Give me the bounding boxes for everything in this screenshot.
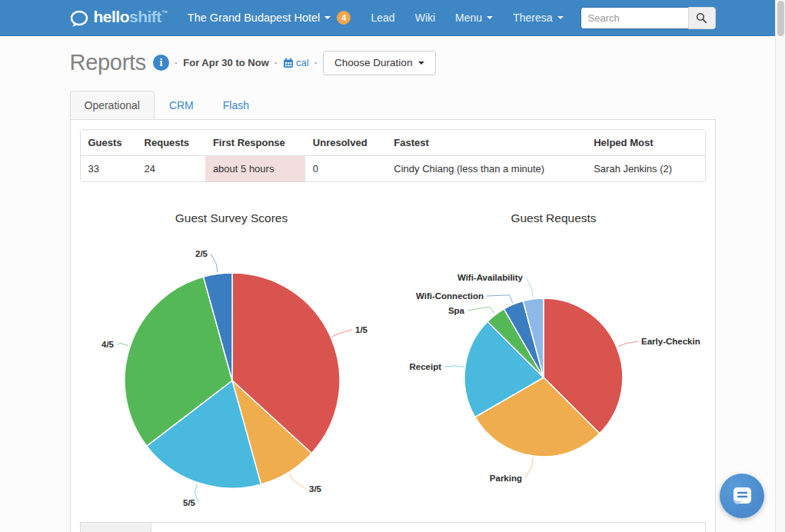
col-fastest: Fastest [386,130,586,156]
pie-label: Early-Checkin [641,337,700,346]
first-response-value: about 5 hours [205,156,305,182]
partial-bottom-table [80,522,706,532]
col-first-response: First Response [205,130,305,156]
pie-label-connector [444,366,464,367]
pie-label: Parking [489,474,521,483]
report-tabs: Operational CRM Flash [70,91,716,119]
nav-menu-dropdown[interactable]: Menu [455,12,493,24]
calendar-icon [283,58,294,68]
logo-trademark: ™ [161,9,168,16]
pie-label: Spa [447,306,464,315]
operational-report-panel: Guests Requests First Response Unresolve… [70,119,716,532]
pie-label: 1/5 [355,325,368,334]
nav-user-dropdown[interactable]: Theresa [513,12,563,24]
calendar-link[interactable]: cal [283,57,309,68]
page-header: Reports i · For Apr 30 to Now · cal · Ch… [70,50,716,75]
pie-label-connector [211,254,218,272]
col-unresolved: Unresolved [305,130,387,156]
pie-label-connector [526,278,533,298]
search-icon [696,12,707,24]
pie-label-connector [618,341,638,347]
logo-text-shift: shift [129,8,161,26]
tab-flash[interactable]: Flash [208,91,264,120]
nav-user-label: Theresa [513,12,552,24]
tab-operational[interactable]: Operational [70,91,155,120]
choose-duration-button[interactable]: Choose Duration [323,51,436,75]
fastest-value: Cindy Chiang (less than a minute) [386,156,586,182]
table-header-row: Guests Requests First Response Unresolve… [81,130,705,156]
notification-badge: 4 [337,11,351,25]
pie-label: 2/5 [195,249,208,258]
pie-label-connector [525,457,533,478]
pie-label: Wifi-Availability [457,273,523,282]
pie-label-connector [117,343,128,345]
chevron-down-icon [557,16,564,19]
helloshift-logo[interactable]: helloshift™ [70,8,168,28]
page-title: Reports [70,50,146,75]
chevron-down-icon [324,16,331,19]
top-navbar: helloshift™ The Grand Budapest Hotel 4 L… [0,0,785,36]
requests-value: 24 [137,156,205,182]
pie-label-connector [195,484,198,503]
col-requests: Requests [137,130,205,156]
guests-value: 33 [81,156,137,182]
guest-survey-scores-chart: Guest Survey Scores 1/53/55/54/52/5 [71,191,393,514]
pie-label: Receipt [409,362,441,371]
unresolved-value: 0 [305,156,387,182]
tab-crm[interactable]: CRM [155,91,208,120]
chat-widget-button[interactable] [720,474,764,518]
info-icon[interactable]: i [153,55,169,71]
pie-label-connector [487,295,513,303]
separator-dot: · [314,57,318,68]
partial-table-header-cell [81,523,151,532]
pie-label: 3/5 [309,484,322,494]
scrollbar-thumb[interactable] [777,1,784,36]
search-input[interactable] [580,7,688,29]
col-guests: Guests [81,130,137,156]
pie-label-connector [467,307,494,314]
date-range-text: For Apr 30 to Now [183,57,268,68]
search-button[interactable] [688,7,716,29]
chevron-down-icon [418,62,424,65]
summary-table: Guests Requests First Response Unresolve… [80,129,706,182]
separator-dot: · [175,57,178,68]
col-helped-most: Helped Most [586,130,704,156]
guest-requests-chart: Guest Requests Early-CheckinParkingRecei… [393,191,715,514]
hotel-name: The Grand Budapest Hotel [188,12,321,24]
charts-row: Guest Survey Scores 1/53/55/54/52/5 Gues… [71,191,715,514]
speech-bubble-logo-icon [70,10,90,28]
calendar-link-label: cal [296,57,309,68]
chat-bubble-icon [730,484,754,508]
table-row: 33 24 about 5 hours 0 Cindy Chiang (less… [81,156,705,182]
choose-duration-label: Choose Duration [334,57,412,68]
pie-label: 4/5 [101,340,115,349]
nav-menu-label: Menu [455,12,482,24]
pie-label-connector [289,474,306,489]
pie-label: Wifi-Connection [415,291,483,301]
hotel-selector-dropdown[interactable]: The Grand Budapest Hotel 4 [188,11,351,25]
nav-link-lead[interactable]: Lead [371,12,395,24]
pie-label: 5/5 [183,498,196,507]
nav-link-wiki[interactable]: Wiki [415,12,435,24]
pie-label-connector [332,330,352,337]
search-group [580,7,716,29]
helped-most-value: Sarah Jenkins (2) [586,156,704,182]
separator-dot: · [274,57,278,68]
logo-text-hello: hello [94,8,130,26]
window-scrollbar[interactable] [775,0,785,532]
chevron-down-icon [487,16,493,19]
